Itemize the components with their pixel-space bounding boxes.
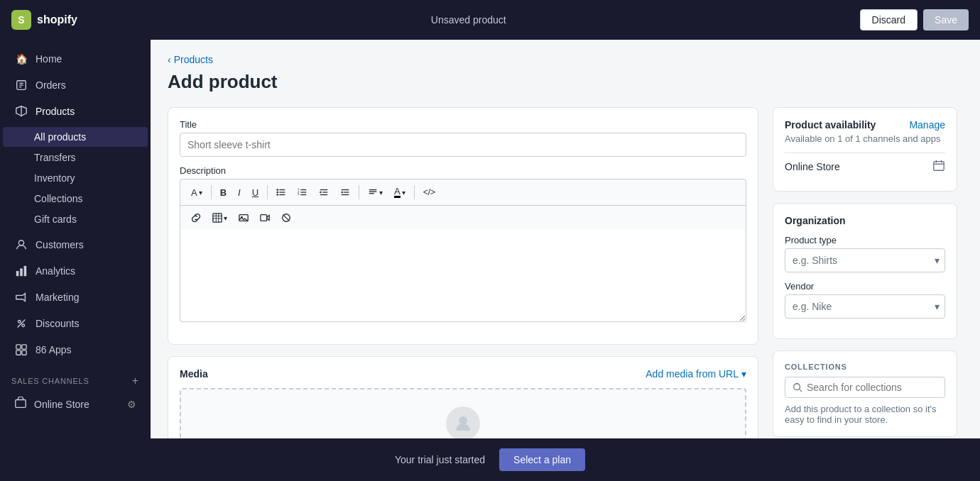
collections-search-input[interactable]: [807, 382, 937, 393]
sidebar-item-products-label: Products: [36, 106, 75, 117]
toolbar-font-size-button[interactable]: A ▾: [186, 184, 207, 201]
sidebar-sub-collections[interactable]: Collections: [3, 189, 148, 209]
analytics-icon: [14, 264, 28, 278]
save-button[interactable]: Save: [923, 9, 969, 31]
sidebar-item-orders-label: Orders: [36, 79, 66, 91]
svg-point-53: [794, 384, 800, 390]
sidebar-sub-transfers[interactable]: Transfers: [3, 148, 148, 167]
side-column: Product availability Manage Available on…: [773, 107, 957, 471]
customers-icon: [14, 238, 28, 252]
font-dropdown-icon: ▾: [199, 189, 202, 197]
shopify-logo-icon: S: [11, 10, 31, 30]
gift-cards-label: Gift cards: [34, 214, 77, 225]
product-type-label: Product type: [785, 235, 945, 245]
sidebar-item-orders[interactable]: Orders: [3, 72, 148, 98]
add-media-button[interactable]: Add media from URL ▾: [646, 368, 746, 380]
availability-header: Product availability Manage: [785, 119, 945, 131]
media-title: Media: [180, 368, 208, 380]
svg-rect-7: [20, 268, 23, 276]
description-toolbar: A ▾ B I U: [180, 179, 746, 205]
trial-text: Your trial just started: [395, 454, 485, 465]
logo-text: shopify: [37, 13, 77, 26]
breadcrumb-chevron: ‹: [168, 54, 171, 65]
select-plan-button[interactable]: Select a plan: [499, 448, 585, 471]
description-textarea[interactable]: [180, 230, 746, 322]
svg-line-54: [800, 389, 802, 392]
sidebar-item-apps[interactable]: 86 Apps: [3, 337, 148, 363]
breadcrumb[interactable]: ‹ Products: [168, 54, 957, 65]
svg-point-9: [18, 321, 21, 324]
online-store-icon: [14, 397, 27, 411]
toolbar-sep-4: [414, 185, 415, 199]
inventory-label: Inventory: [34, 172, 75, 184]
channel-calendar-icon[interactable]: [932, 159, 945, 174]
toolbar-table-button[interactable]: ▾: [207, 210, 232, 226]
svg-rect-6: [16, 271, 19, 276]
svg-rect-14: [16, 350, 21, 355]
toolbar-italic-button[interactable]: I: [233, 184, 246, 201]
svg-point-5: [18, 240, 23, 245]
online-store-settings-icon[interactable]: ⚙: [127, 399, 136, 410]
top-bar-actions: Discard Save: [860, 9, 969, 31]
top-bar-left: S shopify: [11, 10, 77, 30]
svg-rect-49: [934, 162, 944, 171]
toolbar-text-color-button[interactable]: A ▾: [389, 184, 410, 201]
toolbar-ordered-list-button[interactable]: 123: [293, 184, 312, 200]
sidebar-sub-gift-cards[interactable]: Gift cards: [3, 209, 148, 229]
toolbar-unordered-list-button[interactable]: [271, 184, 291, 200]
manage-button[interactable]: Manage: [909, 119, 945, 131]
top-bar: S shopify Unsaved product Discard Save: [0, 0, 980, 40]
product-type-select[interactable]: e.g. Shirts: [785, 248, 945, 272]
svg-rect-16: [16, 400, 26, 408]
toolbar-bold-button[interactable]: B: [215, 184, 232, 201]
toolbar-link-button[interactable]: [186, 210, 206, 226]
toolbar-outdent-button[interactable]: [314, 184, 334, 200]
sidebar-products-submenu: All products Transfers Inventory Collect…: [0, 125, 151, 231]
sidebar-sub-inventory[interactable]: Inventory: [3, 168, 148, 188]
svg-point-19: [277, 192, 279, 194]
description-field-group: Description A ▾ B: [180, 165, 746, 324]
add-sales-channel-icon[interactable]: +: [132, 375, 139, 387]
apps-icon: [14, 343, 28, 357]
title-input[interactable]: [180, 133, 746, 157]
sidebar-item-analytics[interactable]: Analytics: [3, 258, 148, 284]
toolbar-video-button[interactable]: [255, 210, 275, 226]
toolbar-row-2: ▾: [186, 210, 296, 226]
discard-button[interactable]: Discard: [860, 9, 918, 31]
toolbar-image-button[interactable]: [234, 210, 254, 226]
toolbar-indent-button[interactable]: [335, 184, 355, 200]
content-area: ‹ Products Add product Title: [151, 40, 980, 481]
vendor-select[interactable]: e.g. Nike: [785, 294, 945, 319]
add-media-chevron-icon: ▾: [741, 368, 746, 380]
sidebar-item-home[interactable]: 🏠 Home: [3, 46, 148, 72]
trial-banner: Your trial just started Select a plan: [0, 438, 980, 481]
sidebar-sub-all-products[interactable]: All products: [3, 127, 148, 147]
media-header: Media Add media from URL ▾: [180, 368, 746, 380]
toolbar-row-1: A ▾ B I U: [186, 184, 440, 201]
availability-subtext: Available on 1 of 1 channels and apps: [785, 133, 945, 144]
svg-point-10: [22, 324, 25, 327]
collections-title: COLLECTIONS: [785, 363, 945, 371]
channel-name: Online Store: [785, 161, 840, 172]
toolbar-code-button[interactable]: </>: [418, 184, 440, 200]
sidebar-item-apps-label: 86 Apps: [36, 344, 72, 355]
collections-help-text: Add this product to a collection so it's…: [785, 404, 945, 425]
transfers-label: Transfers: [34, 152, 76, 163]
sales-channels-section: SALES CHANNELS +: [0, 363, 151, 390]
sidebar-item-marketing[interactable]: Marketing: [3, 284, 148, 310]
sidebar-online-store[interactable]: Online Store ⚙: [3, 391, 148, 417]
sidebar-item-customers[interactable]: Customers: [3, 232, 148, 258]
availability-title: Product availability: [785, 119, 876, 131]
sidebar-item-discounts[interactable]: Discounts: [3, 311, 148, 336]
media-placeholder: [446, 407, 480, 441]
toolbar-underline-button[interactable]: U: [247, 184, 263, 201]
vendor-label: Vendor: [785, 281, 945, 292]
toolbar-sep-2: [267, 185, 268, 199]
sidebar-item-products[interactable]: Products: [3, 99, 148, 124]
toolbar-align-button[interactable]: ▾: [363, 184, 388, 200]
toolbar-row-2-container: ▾: [180, 205, 746, 230]
media-placeholder-icon: [446, 407, 480, 441]
toolbar-block-button[interactable]: [276, 210, 296, 226]
title-field-group: Title: [180, 119, 746, 157]
svg-rect-12: [16, 345, 21, 349]
